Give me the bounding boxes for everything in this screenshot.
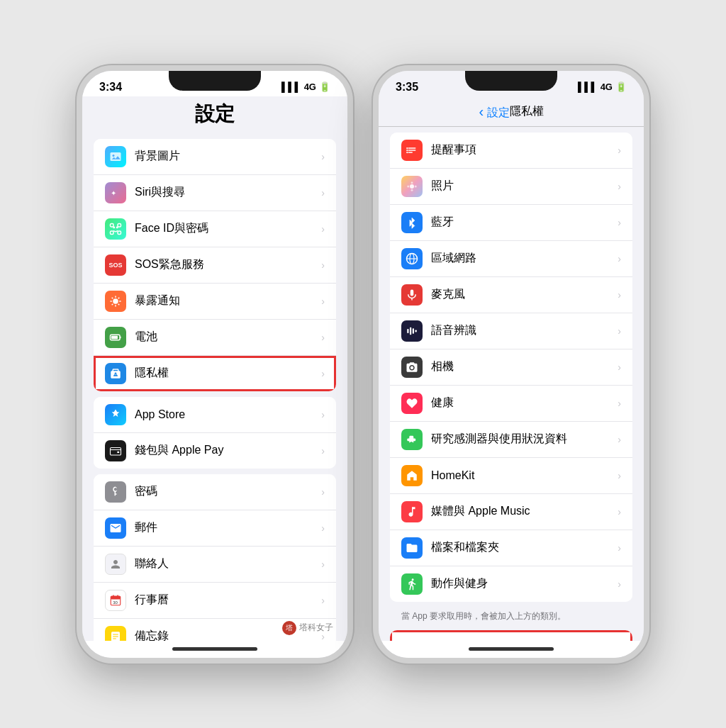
row-wallpaper[interactable]: 背景圖片 › xyxy=(94,139,336,175)
photos-icon xyxy=(401,176,423,197)
row-privacy[interactable]: 隱私權 › xyxy=(94,356,336,391)
home-bar-1 xyxy=(172,647,257,651)
svg-text:30: 30 xyxy=(113,600,118,604)
privacy-icon xyxy=(105,363,126,384)
battery-icon-1: 🔋 xyxy=(319,82,330,92)
row-analytics[interactable]: 分析與改進功能 › xyxy=(390,630,632,640)
appstore-label: App Store xyxy=(135,408,321,421)
row-localnet[interactable]: 區域網路 › xyxy=(390,241,632,277)
svg-rect-52 xyxy=(411,289,414,296)
svg-rect-57 xyxy=(415,330,417,332)
sos-label: SOS緊急服務 xyxy=(135,257,321,272)
row-speechrec[interactable]: 語音辨識 › xyxy=(390,313,632,349)
calendar-icon: 30 xyxy=(105,590,126,611)
home-indicator-2 xyxy=(379,641,644,658)
microphone-label: 麥克風 xyxy=(431,287,618,302)
scene: 3:34 ▌▌▌ 4G 🔋 設定 背景圖片 › xyxy=(0,37,726,692)
row-faceid[interactable]: Face ID與密碼 › xyxy=(94,211,336,247)
research-label: 研究感測器與使用狀況資料 xyxy=(431,432,618,447)
privacy-group-2: 分析與改進功能 › Apple 廣告 › xyxy=(390,630,632,640)
contacts-icon xyxy=(105,554,126,575)
row-photos[interactable]: 照片 › xyxy=(390,169,632,205)
status-icons-1: ▌▌▌ 4G 🔋 xyxy=(281,82,330,92)
notes-icon xyxy=(105,626,126,641)
siri-icon: ✦ xyxy=(105,182,126,203)
row-files[interactable]: 檔案和檔案夾 › xyxy=(390,530,632,566)
row-calendar[interactable]: 30 行事曆 › xyxy=(94,583,336,619)
row-fitness[interactable]: 動作與健身 › xyxy=(390,566,632,602)
music-icon xyxy=(401,501,423,522)
svg-rect-54 xyxy=(407,329,408,333)
svg-rect-8 xyxy=(118,231,121,235)
svg-point-45 xyxy=(411,181,413,184)
svg-rect-56 xyxy=(413,328,414,334)
row-sos[interactable]: SOS SOS緊急服務 › xyxy=(94,247,336,284)
svg-point-41 xyxy=(406,147,408,148)
battery-label: 電池 xyxy=(135,330,321,345)
svg-point-44 xyxy=(410,184,414,189)
signal-icon-1: ▌▌▌ xyxy=(281,82,301,92)
settings-scroll-1: 背景圖片 › ✦ Siri與搜尋 › Face ID與密碼 › xyxy=(82,133,347,641)
row-microphone[interactable]: 麥克風 › xyxy=(390,277,632,313)
row-reminders2[interactable]: 提醒事項 › xyxy=(390,133,632,169)
battery-icon-2: 🔋 xyxy=(615,82,627,92)
row-contacts[interactable]: 聯絡人 › xyxy=(94,547,336,583)
watermark-text-1: 塔科女子 xyxy=(299,622,333,634)
camera-icon xyxy=(401,357,423,378)
back-chevron-2: ‹ xyxy=(479,103,484,119)
notch-1 xyxy=(169,71,261,91)
row-bluetooth[interactable]: 藍牙 › xyxy=(390,205,632,241)
svg-rect-19 xyxy=(120,336,121,338)
status-icons-2: ▌▌▌ 4G 🔋 xyxy=(578,82,627,92)
fitness-label: 動作與健身 xyxy=(431,576,618,591)
phone-1: 3:34 ▌▌▌ 4G 🔋 設定 背景圖片 › xyxy=(77,65,353,663)
network-1: 4G xyxy=(304,82,316,92)
mail-label: 郵件 xyxy=(135,520,321,535)
passwords-label: 密碼 xyxy=(135,484,321,499)
speechrec-icon xyxy=(401,320,423,342)
battery-row-icon xyxy=(105,327,126,348)
phone-2: 3:35 ▌▌▌ 4G 🔋 ‹ 設定 隱私權 xyxy=(373,65,649,663)
svg-point-46 xyxy=(411,189,413,191)
wallpaper-label: 背景圖片 xyxy=(135,149,321,164)
row-wallet[interactable]: 錢包與 Apple Pay › xyxy=(94,433,336,469)
svg-line-17 xyxy=(112,303,113,305)
svg-point-48 xyxy=(415,185,417,187)
row-research[interactable]: 研究感測器與使用狀況資料 › xyxy=(390,422,632,458)
fitness-icon xyxy=(401,573,423,595)
svg-line-14 xyxy=(112,297,113,298)
row-exposure[interactable]: 暴露通知 › xyxy=(94,284,336,320)
watermark-1: 塔 塔科女子 xyxy=(282,621,333,635)
home-bar-2 xyxy=(469,647,554,651)
watermark-icon-1: 塔 xyxy=(282,621,296,635)
localnet-icon xyxy=(401,248,423,269)
row-music[interactable]: 媒體與 Apple Music › xyxy=(390,494,632,530)
speechrec-label: 語音辨識 xyxy=(431,323,618,338)
exposure-label: 暴露通知 xyxy=(135,293,321,308)
contacts-label: 聯絡人 xyxy=(135,556,321,571)
row-appstore[interactable]: App Store › xyxy=(94,397,336,433)
reminders2-icon xyxy=(401,140,423,161)
back-button-2[interactable]: ‹ 設定 xyxy=(479,103,509,121)
svg-point-9 xyxy=(113,298,118,304)
row-battery[interactable]: 電池 › xyxy=(94,320,336,356)
network-2: 4G xyxy=(601,82,613,92)
svg-rect-20 xyxy=(111,335,118,339)
row-passwords[interactable]: 密碼 › xyxy=(94,474,336,510)
svg-text:✦: ✦ xyxy=(111,189,116,196)
settings-group-2: App Store › 錢包與 Apple Pay › xyxy=(94,397,336,469)
research-icon xyxy=(401,429,423,450)
settings-scroll-2: 提醒事項 › 照片 › 藍牙 › xyxy=(379,127,644,641)
row-camera[interactable]: 相機 › xyxy=(390,349,632,386)
row-health[interactable]: 健康 › xyxy=(390,386,632,422)
svg-point-58 xyxy=(411,366,414,369)
settings-group-3: 密碼 › 郵件 › 聯絡人 › xyxy=(94,474,336,641)
passwords-icon xyxy=(105,481,126,503)
sos-icon: SOS xyxy=(105,254,126,276)
privacy-group-1: 提醒事項 › 照片 › 藍牙 › xyxy=(390,133,632,602)
appstore-icon xyxy=(105,404,126,425)
row-siri[interactable]: ✦ Siri與搜尋 › xyxy=(94,175,336,211)
localnet-label: 區域網路 xyxy=(431,251,618,266)
row-homekit[interactable]: HomeKit › xyxy=(390,458,632,494)
row-mail[interactable]: 郵件 › xyxy=(94,510,336,547)
